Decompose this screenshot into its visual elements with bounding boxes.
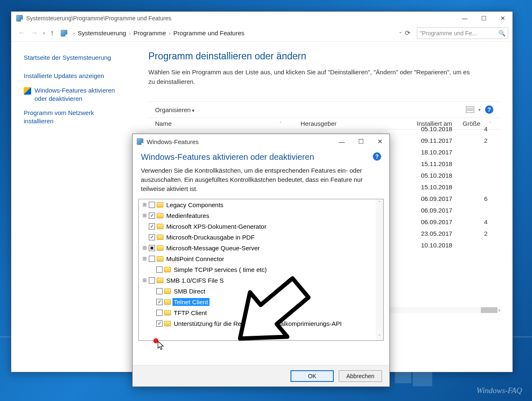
feature-item[interactable]: Simple TCPIP services ( time etc) bbox=[139, 264, 383, 275]
chevron-down-icon[interactable]: ⌄ bbox=[399, 29, 402, 37]
refresh-button[interactable]: ⟳ bbox=[405, 29, 410, 37]
feature-item[interactable]: Unterstützung für die Remotedifferenzial… bbox=[139, 318, 383, 329]
expand-icon[interactable]: ⊞ bbox=[142, 213, 147, 218]
scroll-down-icon[interactable]: ˇ bbox=[376, 333, 383, 340]
table-row[interactable]: 15.11.2018 bbox=[421, 158, 500, 169]
expand-icon[interactable]: ⊞ bbox=[142, 245, 147, 251]
checkbox[interactable] bbox=[149, 202, 155, 208]
sidebar-home-link[interactable]: Startseite der Systemsteuerung bbox=[24, 51, 128, 65]
checkbox[interactable] bbox=[149, 245, 155, 251]
feature-item[interactable]: ⊞Medienfeatures bbox=[139, 210, 383, 221]
cursor-icon bbox=[158, 341, 165, 351]
scroll-thumb[interactable] bbox=[481, 307, 498, 313]
search-placeholder: "Programme und Fe... bbox=[420, 30, 498, 37]
checkbox[interactable] bbox=[156, 267, 163, 273]
table-row[interactable]: 15.10.2018 bbox=[421, 181, 500, 193]
checkbox[interactable] bbox=[156, 288, 163, 294]
chevron-right-icon: › bbox=[169, 31, 170, 36]
address-bar[interactable]: › Systemsteuerung › Programme › Programm… bbox=[59, 27, 412, 39]
up-button[interactable]: ↑ bbox=[50, 29, 54, 37]
feature-item[interactable]: TFTP Client bbox=[139, 307, 383, 318]
help-button[interactable]: ? bbox=[373, 152, 381, 161]
table-row[interactable]: 18.10.2017 bbox=[421, 146, 500, 158]
dialog-minimize-button[interactable]: — bbox=[332, 134, 351, 149]
svg-rect-0 bbox=[395, 355, 411, 368]
table-row[interactable]: 06.09.20176 bbox=[421, 193, 500, 204]
feature-item[interactable]: ⊞MultiPoint Connector bbox=[139, 253, 383, 264]
cancel-button[interactable]: Abbrechen bbox=[339, 370, 382, 382]
help-button[interactable]: ? bbox=[485, 105, 493, 114]
feature-label: Microsoft XPS-Dokument-Generator bbox=[165, 223, 268, 230]
recent-dropdown[interactable]: ▾ bbox=[43, 30, 45, 36]
feature-item[interactable]: ⊞Microsoft-Message Queue-Server bbox=[139, 242, 383, 253]
table-row[interactable]: 09.11.20172 bbox=[421, 134, 500, 146]
titlebar[interactable]: Systemsteuerung\Programme\Programme und … bbox=[11, 12, 512, 25]
folder-icon bbox=[157, 224, 163, 229]
ok-button[interactable]: OK bbox=[291, 370, 334, 382]
svg-rect-3 bbox=[413, 370, 432, 386]
feature-label: MultiPoint Connector bbox=[165, 255, 225, 263]
table-row[interactable]: 06.09.2017 bbox=[421, 204, 500, 216]
folder-icon bbox=[164, 310, 171, 315]
feature-item[interactable]: ⊞SMB 1.0/CIFS File S bbox=[139, 275, 383, 286]
vertical-scrollbar[interactable]: ˆ ˇ bbox=[376, 199, 383, 340]
dialog-maximize-button[interactable]: ☐ bbox=[351, 134, 370, 149]
table-row[interactable]: 06.09.20174 bbox=[421, 216, 500, 227]
scroll-up-icon[interactable]: ˆ bbox=[376, 199, 383, 207]
dialog-title: Windows-Features bbox=[147, 138, 199, 145]
shield-icon bbox=[24, 87, 31, 95]
feature-item[interactable]: SMB Direct bbox=[139, 286, 383, 296]
table-row[interactable]: 10.10.2018 bbox=[421, 239, 500, 251]
control-panel-icon bbox=[16, 15, 23, 22]
view-mode-button[interactable] bbox=[466, 106, 474, 113]
breadcrumb[interactable]: Programme bbox=[133, 29, 166, 37]
checkbox[interactable] bbox=[149, 256, 155, 262]
close-button[interactable]: ✕ bbox=[493, 12, 512, 25]
folder-icon bbox=[157, 256, 163, 262]
minimize-button[interactable]: — bbox=[455, 12, 474, 25]
sidebar-network-install-link[interactable]: Programm vom Netzwerk installieren bbox=[24, 106, 128, 129]
feature-label: Medienfeatures bbox=[165, 212, 210, 220]
navigation-row: ← → ▾ ↑ › Systemsteuerung › Programme › … bbox=[11, 25, 512, 42]
windows-features-dialog: Windows-Features — ☐ ✕ Windows-Features … bbox=[132, 134, 390, 387]
breadcrumb[interactable]: Systemsteuerung bbox=[77, 29, 127, 37]
feature-item[interactable]: Telnet Client bbox=[139, 296, 383, 307]
feature-item[interactable]: Microsoft-Druckausgabe in PDF bbox=[139, 232, 383, 242]
maximize-button[interactable]: ☐ bbox=[474, 12, 493, 25]
feature-item[interactable]: ⊞Legacy Components bbox=[139, 199, 383, 210]
expand-icon[interactable]: ⊞ bbox=[142, 202, 147, 208]
checkbox[interactable] bbox=[149, 223, 155, 230]
expand-icon[interactable]: ⊞ bbox=[142, 277, 147, 283]
sidebar-features-link[interactable]: Windows-Features aktivieren oder deaktiv… bbox=[24, 83, 128, 106]
checkbox[interactable] bbox=[156, 320, 163, 327]
checkbox[interactable] bbox=[149, 234, 155, 240]
chevron-right-icon: › bbox=[73, 31, 75, 36]
table-row[interactable]: 05.10.2018 bbox=[421, 169, 500, 181]
chevron-right-icon: › bbox=[129, 31, 131, 36]
organize-button[interactable]: Organisieren bbox=[155, 106, 195, 113]
back-button[interactable]: ← bbox=[18, 29, 25, 37]
watermark: Windows-FAQ bbox=[477, 386, 522, 395]
checkbox[interactable] bbox=[149, 277, 155, 284]
checkbox[interactable] bbox=[149, 213, 155, 219]
table-row[interactable]: 05.10.20184 bbox=[421, 123, 500, 134]
folder-icon bbox=[164, 299, 171, 305]
dialog-heading: Windows-Features aktivieren oder deaktiv… bbox=[141, 152, 314, 162]
feature-item[interactable]: Microsoft XPS-Dokument-Generator bbox=[139, 221, 383, 232]
control-panel-icon bbox=[137, 138, 143, 145]
expand-icon[interactable]: ⊞ bbox=[142, 256, 147, 262]
search-input[interactable]: "Programme und Fe... 🔍 bbox=[417, 27, 508, 39]
column-publisher[interactable]: Herausgeber bbox=[300, 120, 417, 127]
checkbox[interactable] bbox=[156, 310, 163, 316]
dialog-titlebar[interactable]: Windows-Features — ☐ ✕ bbox=[133, 134, 389, 149]
sidebar-updates-link[interactable]: Installierte Updates anzeigen bbox=[24, 69, 128, 83]
checkbox[interactable] bbox=[156, 299, 163, 305]
dialog-close-button[interactable]: ✕ bbox=[370, 134, 389, 149]
scroll-right-icon[interactable]: › bbox=[498, 307, 500, 313]
table-row[interactable]: 23.05.20172 bbox=[421, 227, 500, 239]
chevron-down-icon[interactable]: ▾ bbox=[478, 107, 481, 112]
svg-rect-2 bbox=[395, 370, 411, 383]
breadcrumb[interactable]: Programme und Features bbox=[173, 29, 245, 37]
forward-button[interactable]: → bbox=[30, 29, 38, 37]
column-name[interactable]: Name bbox=[155, 120, 296, 127]
